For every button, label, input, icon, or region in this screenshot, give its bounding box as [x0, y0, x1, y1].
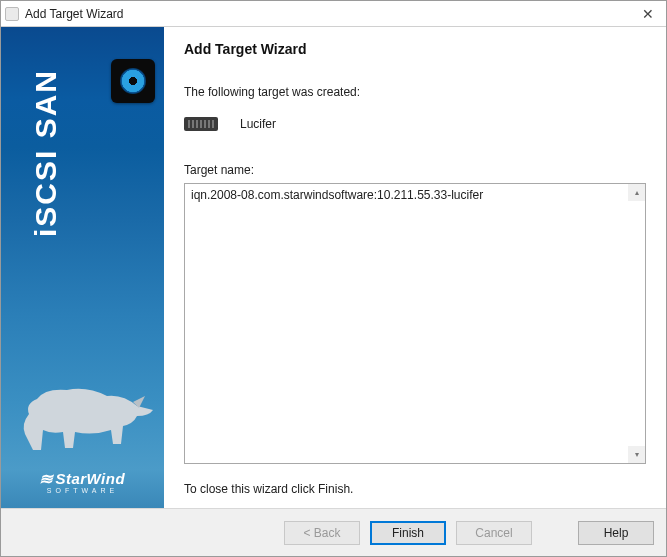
wizard-footer: < Back Finish Cancel Help [1, 508, 666, 556]
brand-name: StarWind [55, 470, 125, 487]
titlebar-left: Add Target Wizard [5, 7, 124, 21]
target-alias: Lucifer [240, 117, 276, 131]
target-name-field[interactable]: iqn.2008-08.com.starwindsoftware:10.211.… [184, 183, 646, 464]
created-target-row: Lucifer [184, 117, 646, 131]
target-name-value: iqn.2008-08.com.starwindsoftware:10.211.… [185, 184, 645, 206]
target-icon-ring [120, 68, 146, 94]
wizard-body: iSCSI SAN ≋StarWind SOFTWARE Add Target … [1, 27, 666, 508]
created-text: The following target was created: [184, 85, 646, 99]
brand-sub: SOFTWARE [1, 487, 164, 494]
rhino-illustration [15, 366, 155, 456]
target-icon [111, 59, 155, 103]
sidebar-banner: iSCSI SAN ≋StarWind SOFTWARE [1, 27, 164, 508]
close-instruction: To close this wizard click Finish. [184, 482, 646, 496]
back-button: < Back [284, 521, 360, 545]
window-title: Add Target Wizard [25, 7, 124, 21]
app-icon [5, 7, 19, 21]
wizard-window: Add Target Wizard ✕ iSCSI SAN ≋StarWind … [0, 0, 667, 557]
scroll-up-icon[interactable]: ▴ [628, 184, 645, 201]
finish-button[interactable]: Finish [370, 521, 446, 545]
product-name: iSCSI SAN [29, 69, 63, 237]
cancel-button: Cancel [456, 521, 532, 545]
help-button[interactable]: Help [578, 521, 654, 545]
wizard-main: Add Target Wizard The following target w… [164, 27, 666, 508]
scroll-down-icon[interactable]: ▾ [628, 446, 645, 463]
close-icon[interactable]: ✕ [636, 7, 660, 21]
titlebar: Add Target Wizard ✕ [1, 1, 666, 27]
brand-logo: ≋StarWind SOFTWARE [1, 470, 164, 494]
target-name-label: Target name: [184, 163, 646, 177]
page-title: Add Target Wizard [184, 41, 646, 57]
server-icon [184, 117, 218, 131]
